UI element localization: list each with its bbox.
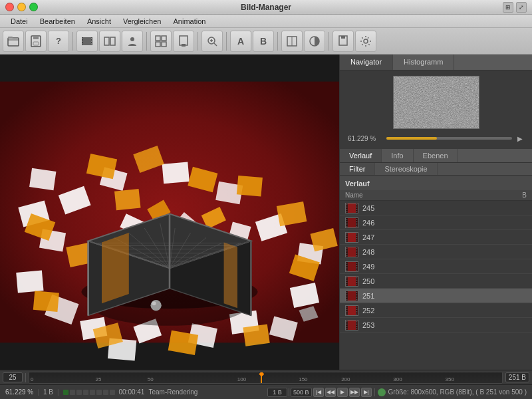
maximize-button[interactable] bbox=[29, 3, 38, 11]
svg-rect-155 bbox=[346, 265, 348, 266]
tab-histogramm[interactable]: Histogramm bbox=[393, 55, 454, 70]
pb-fast-forward[interactable]: ▶▶ bbox=[349, 388, 360, 397]
right-panel: Navigator Histogramm 61.229 % bbox=[339, 55, 532, 370]
timeline-frame-start[interactable]: 25 bbox=[3, 372, 23, 382]
pb-rewind[interactable]: ◀◀ bbox=[325, 388, 336, 397]
timeline-current-frame[interactable]: 251 B bbox=[505, 372, 529, 382]
close-button[interactable] bbox=[5, 3, 14, 11]
tool-export[interactable] bbox=[332, 31, 354, 52]
verlauf-item-253[interactable]: 253 bbox=[340, 318, 532, 332]
svg-rect-15 bbox=[110, 37, 115, 45]
svg-rect-0 bbox=[8, 38, 19, 46]
toolbar: ? A B bbox=[0, 28, 532, 55]
pb-input-right[interactable]: 500 B bbox=[291, 388, 312, 397]
svg-point-16 bbox=[130, 37, 134, 41]
status-right: 1 B 500 B |◀ ◀◀ ▶ ▶▶ ▶| Größe: 800x600, … bbox=[267, 388, 527, 397]
fullscreen-icon[interactable]: ⤢ bbox=[516, 2, 527, 13]
menu-animation[interactable]: Animation bbox=[168, 16, 211, 27]
menu-datei[interactable]: Datei bbox=[5, 16, 33, 27]
verlauf-item-245[interactable]: 245 bbox=[340, 201, 532, 215]
timeline-playhead[interactable] bbox=[261, 372, 262, 383]
tool-frames[interactable] bbox=[150, 31, 172, 52]
svg-rect-205 bbox=[356, 328, 358, 329]
verlauf-item-249[interactable]: 249 bbox=[340, 259, 532, 274]
tool-help[interactable]: ? bbox=[48, 31, 69, 52]
verlauf-item-250[interactable]: 250 bbox=[340, 274, 532, 289]
tab-navigator[interactable]: Navigator bbox=[340, 55, 393, 70]
toolbar-sep-2 bbox=[146, 32, 147, 51]
tool-person[interactable] bbox=[122, 31, 143, 52]
svg-rect-134 bbox=[346, 237, 348, 239]
svg-rect-113 bbox=[346, 211, 348, 212]
svg-rect-126 bbox=[356, 221, 358, 222]
pb-skip-start[interactable]: |◀ bbox=[313, 388, 324, 397]
svg-rect-199 bbox=[346, 323, 348, 325]
menu-ansicht[interactable]: Ansicht bbox=[82, 16, 116, 27]
menu-bearbeiten[interactable]: Bearbeiten bbox=[35, 16, 80, 27]
verlauf-item-251[interactable]: 251 bbox=[340, 289, 532, 303]
svg-rect-188 bbox=[346, 309, 348, 310]
verlauf-item-247[interactable]: 247 bbox=[340, 230, 532, 245]
tool-compare[interactable] bbox=[99, 31, 120, 52]
tl-mark-0: 0 bbox=[31, 376, 33, 382]
tab-ebenen[interactable]: Ebenen bbox=[414, 149, 458, 162]
pb-skip-end[interactable]: ▶| bbox=[361, 388, 372, 397]
title-bar-right: ⊞ ⤢ bbox=[503, 2, 527, 13]
verlauf-thumb-251 bbox=[345, 291, 358, 301]
col-headers: Name B bbox=[340, 190, 532, 201]
tl-mark-150: 150 bbox=[299, 376, 307, 382]
svg-rect-150 bbox=[356, 255, 358, 256]
sub-tab-filter[interactable]: Filter bbox=[340, 163, 375, 175]
verlauf-list[interactable]: 245 246 247 248 bbox=[340, 201, 532, 370]
svg-rect-133 bbox=[346, 235, 348, 237]
svg-rect-149 bbox=[356, 252, 358, 253]
timeline-ruler[interactable]: 0 25 50 100 150 200 300 350 bbox=[29, 372, 503, 384]
svg-rect-143 bbox=[346, 247, 348, 249]
svg-rect-136 bbox=[356, 233, 358, 234]
svg-rect-167 bbox=[346, 281, 348, 283]
minimize-button[interactable] bbox=[17, 3, 26, 11]
verlauf-item-252[interactable]: 252 bbox=[340, 303, 532, 318]
tool-zoom-in[interactable] bbox=[201, 31, 223, 52]
tool-import[interactable] bbox=[173, 31, 194, 52]
zoom-arrow-right[interactable]: ▶ bbox=[516, 134, 524, 142]
toolbar-sep-4 bbox=[226, 32, 227, 51]
svg-rect-177 bbox=[346, 294, 348, 295]
tool-settings[interactable] bbox=[355, 31, 376, 52]
tab-verlauf[interactable]: Verlauf bbox=[340, 149, 382, 162]
svg-rect-145 bbox=[346, 252, 348, 253]
svg-rect-123 bbox=[346, 223, 348, 224]
status-frame-info: 1 B bbox=[43, 388, 53, 396]
svg-rect-203 bbox=[356, 323, 358, 325]
verlauf-header: Verlauf bbox=[340, 176, 532, 190]
render-dots bbox=[63, 390, 115, 395]
image-area[interactable] bbox=[0, 55, 339, 370]
pb-input-left[interactable]: 1 B bbox=[267, 388, 287, 397]
zoom-slider[interactable] bbox=[386, 137, 512, 140]
sub-tab-stereoskopie[interactable]: Stereoskopie bbox=[375, 163, 437, 175]
svg-rect-154 bbox=[346, 262, 348, 263]
svg-rect-179 bbox=[346, 299, 348, 300]
verlauf-item-248[interactable]: 248 bbox=[340, 245, 532, 259]
svg-rect-159 bbox=[356, 265, 358, 266]
tool-filmstrip[interactable] bbox=[76, 31, 98, 52]
tool-text-b[interactable]: B bbox=[253, 31, 274, 52]
nav-preview: 61.229 % ▶ bbox=[340, 70, 532, 149]
title-bar: Bild-Manager ⊞ ⤢ bbox=[0, 0, 532, 15]
svg-rect-116 bbox=[356, 208, 358, 209]
tool-open[interactable] bbox=[3, 31, 24, 52]
tab-info[interactable]: Info bbox=[382, 149, 413, 162]
tool-text-a[interactable]: A bbox=[230, 31, 251, 52]
pb-play[interactable]: ▶ bbox=[337, 388, 348, 397]
status-size-info: Größe: 800x600, RGB (8Bit), ( B 251 von … bbox=[388, 388, 527, 396]
verlauf-item-246[interactable]: 246 bbox=[340, 215, 532, 230]
tool-save[interactable] bbox=[25, 31, 47, 52]
svg-rect-170 bbox=[356, 279, 358, 281]
verlauf-label-248: 248 bbox=[362, 248, 527, 256]
tool-adjust[interactable] bbox=[304, 31, 325, 52]
menu-vergleichen[interactable]: Vergleichen bbox=[118, 16, 167, 27]
svg-rect-137 bbox=[356, 235, 358, 237]
svg-rect-117 bbox=[356, 211, 358, 212]
panel-toggle-icon[interactable]: ⊞ bbox=[503, 2, 513, 13]
tool-channel[interactable] bbox=[281, 31, 303, 52]
